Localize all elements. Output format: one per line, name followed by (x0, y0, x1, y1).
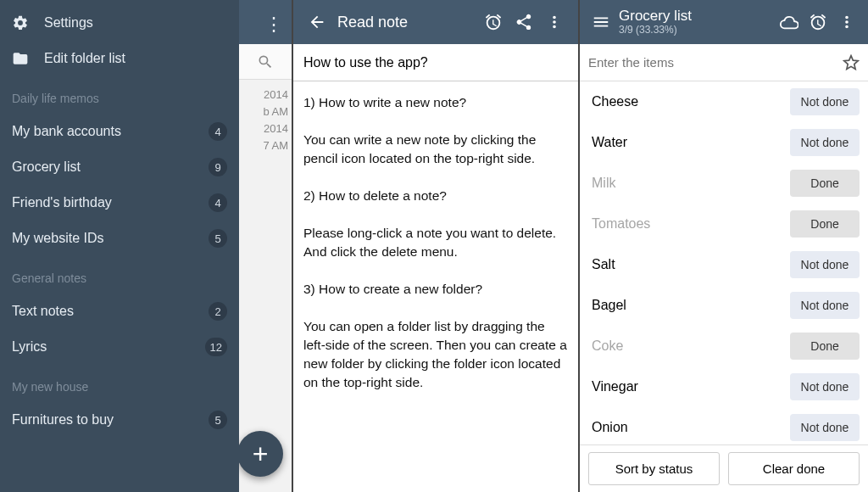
drawer-item-text-notes[interactable]: Text notes 2 (0, 294, 239, 329)
grocery-item-name: Milk (592, 176, 615, 191)
grocery-item-status-button[interactable]: Not done (790, 373, 860, 400)
left-background-content: ⋮ 2014 b AM 2014 7 AM + (239, 0, 292, 492)
count-badge: 4 (209, 122, 227, 141)
drawer-item-friends-birthday[interactable]: Friend's birthday 4 (0, 185, 239, 221)
note-reader-header: Read note (293, 0, 578, 44)
grocery-item-status-button[interactable]: Not done (790, 88, 860, 115)
menu-button[interactable] (587, 13, 615, 31)
count-badge: 4 (209, 193, 227, 212)
grocery-header: Grocery list 3/9 (33.33%) (580, 0, 868, 44)
hamburger-icon (592, 13, 610, 31)
alarm-icon (809, 13, 827, 31)
grocery-item-status-button[interactable]: Not done (790, 129, 860, 156)
grocery-item-status-button[interactable]: Done (790, 170, 860, 197)
star-icon[interactable] (843, 54, 860, 71)
more-vert-icon (545, 13, 564, 31)
count-badge: 5 (209, 411, 227, 429)
grocery-item-status-button[interactable]: Not done (790, 414, 860, 441)
grocery-item-name: Cheese (592, 94, 638, 109)
grocery-item: VinegarNot done (580, 366, 868, 407)
grocery-input-row (580, 44, 868, 81)
sort-by-status-button[interactable]: Sort by status (588, 452, 720, 485)
drawer-item-lyrics[interactable]: Lyrics 12 (0, 329, 239, 365)
grocery-item-status-button[interactable]: Not done (790, 292, 860, 319)
grocery-item: MilkDone (580, 163, 868, 204)
drawer-item-website-ids[interactable]: My website IDs 5 (0, 221, 239, 256)
left-bg-text: 2014 b AM 2014 7 AM (239, 80, 292, 161)
grocery-item-name: Onion (592, 420, 628, 435)
more-vert-icon (837, 13, 856, 31)
drawer-settings-label: Settings (44, 15, 93, 31)
folder-icon (12, 50, 29, 67)
count-badge: 9 (209, 158, 227, 176)
grocery-input[interactable] (588, 55, 843, 70)
grocery-progress: 3/9 (33.33%) (619, 24, 775, 36)
note-reader-title: Read note (332, 14, 478, 31)
grocery-item: TomatoesDone (580, 204, 868, 244)
grocery-item-status-button[interactable]: Not done (790, 251, 860, 278)
grocery-item-name: Tomatoes (592, 216, 650, 232)
back-button[interactable] (302, 13, 332, 31)
grocery-item: WaterNot done (580, 122, 868, 163)
grocery-title: Grocery list (619, 8, 775, 24)
grocery-item-name: Salt (592, 257, 615, 272)
drawer-edit-folders[interactable]: Edit folder list (0, 41, 239, 76)
grocery-item-name: Vinegar (592, 379, 638, 394)
grocery-item-name: Coke (592, 338, 623, 354)
note-title: How to use the app? (293, 44, 578, 81)
panel-middle: Read note How to use the app? 1) How to … (292, 0, 580, 492)
count-badge: 5 (209, 229, 227, 248)
drawer-section-header: General notes (0, 256, 239, 294)
grocery-item-name: Bagel (592, 298, 626, 313)
app-root: ⋮ 2014 b AM 2014 7 AM + Settings Edit fo… (0, 0, 868, 492)
note-body: 1) How to write a new note? You can writ… (293, 81, 578, 404)
cloud-icon (780, 13, 798, 31)
gear-icon (12, 14, 29, 31)
drawer-item-bank-accounts[interactable]: My bank accounts 4 (0, 114, 239, 149)
drawer-item-grocery-list[interactable]: Grocery list 9 (0, 149, 239, 185)
grocery-bottom-bar: Sort by status Clear done (580, 444, 868, 492)
search-icon (257, 53, 274, 70)
grocery-item-name: Water (592, 135, 627, 150)
drawer-item-furnitures[interactable]: Furnitures to buy 5 (0, 402, 239, 438)
drawer-section-header: My new house (0, 365, 239, 402)
left-bg-header: ⋮ (239, 0, 292, 44)
count-badge: 12 (205, 338, 227, 356)
share-button[interactable] (509, 13, 539, 31)
overflow-button[interactable] (539, 13, 570, 31)
clear-done-button[interactable]: Clear done (728, 452, 860, 485)
drawer-section-header: Daily life memos (0, 76, 239, 114)
arrow-left-icon (308, 13, 326, 31)
drawer-edit-folders-label: Edit folder list (44, 51, 125, 66)
share-icon (515, 13, 533, 31)
alarm-icon (484, 13, 503, 31)
grocery-item: SaltNot done (580, 244, 868, 285)
overflow-icon[interactable]: ⋮ (264, 14, 283, 36)
nav-drawer: Settings Edit folder list Daily life mem… (0, 0, 239, 492)
grocery-item: BagelNot done (580, 285, 868, 326)
cloud-button[interactable] (775, 13, 804, 31)
grocery-item-status-button[interactable]: Done (790, 210, 860, 238)
grocery-item: OnionNot done (580, 407, 868, 444)
left-bg-search-bar[interactable] (239, 44, 292, 80)
grocery-item-status-button[interactable]: Done (790, 333, 860, 360)
fab-add-note[interactable]: + (237, 431, 283, 477)
drawer-settings[interactable]: Settings (0, 5, 239, 41)
grocery-list: CheeseNot doneWaterNot doneMilkDoneTomat… (580, 81, 868, 444)
count-badge: 2 (209, 302, 227, 321)
grocery-item: CheeseNot done (580, 81, 868, 122)
grocery-item: CokeDone (580, 326, 868, 366)
alarm-button[interactable] (804, 13, 832, 31)
alarm-button[interactable] (478, 13, 509, 31)
overflow-button[interactable] (832, 13, 861, 31)
panel-left: ⋮ 2014 b AM 2014 7 AM + Settings Edit fo… (0, 0, 292, 492)
panel-right: Grocery list 3/9 (33.33%) CheeseNot done… (580, 0, 868, 492)
